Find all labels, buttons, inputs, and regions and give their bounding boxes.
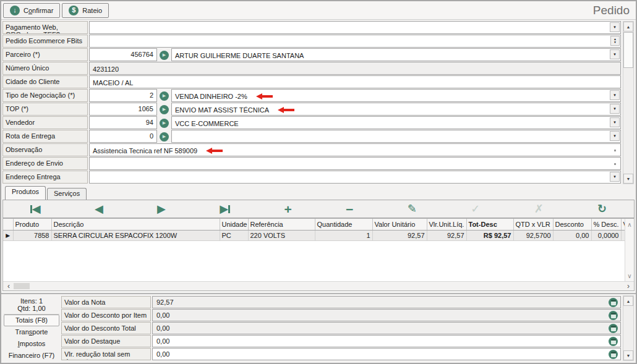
- lookup-icon[interactable]: ▶: [160, 51, 169, 60]
- lookup-icon[interactable]: ▶: [160, 132, 169, 142]
- scrollbar-thumb[interactable]: [14, 283, 30, 289]
- cell-qtd-x-vlr[interactable]: 92,5700: [513, 230, 553, 240]
- cell-referencia[interactable]: 220 VOLTS: [248, 230, 315, 240]
- refresh-button[interactable]: ↻: [597, 203, 607, 214]
- chevron-down-icon[interactable]: ▼: [610, 172, 620, 182]
- tab-totais[interactable]: Totais (F8): [4, 315, 59, 326]
- column-header: % Desc.: [591, 219, 621, 230]
- top-code-field[interactable]: 1065: [89, 103, 157, 116]
- row-selector-icon[interactable]: ▶: [3, 230, 13, 240]
- spinner-icon[interactable]: ▲▼: [610, 36, 620, 46]
- last-record-button[interactable]: ▶: [220, 203, 230, 214]
- scroll-up-icon[interactable]: ∧: [625, 220, 634, 229]
- chevron-down-icon[interactable]: ▼: [610, 22, 620, 32]
- valor-destaque-field[interactable]: 0,00: [152, 335, 621, 347]
- scroll-right-icon[interactable]: ›: [624, 282, 633, 290]
- lookup-icon[interactable]: ▶: [160, 91, 169, 101]
- rota-entrega-field[interactable]: ▼: [171, 130, 621, 143]
- form-row-rota-entrega: Rota de Entrega 0 ▶ ▼: [2, 130, 621, 143]
- field-label: Endereço de Envio: [2, 157, 88, 170]
- confirm-down-arrow-icon: ↓: [10, 6, 20, 15]
- form-row-numero-unico: Número Único 4231120: [2, 62, 621, 75]
- reducao-total-field[interactable]: 0,00: [152, 348, 621, 360]
- endereco-entrega-field[interactable]: ▼: [89, 171, 621, 184]
- cell-desconto[interactable]: 0,00: [553, 230, 591, 240]
- chevron-down-icon[interactable]: ▼: [610, 104, 620, 114]
- cell-vlr-unit-liq[interactable]: 92,57: [427, 230, 466, 240]
- tab-servicos[interactable]: Serviços: [47, 188, 87, 200]
- scroll-down-icon[interactable]: ∨: [625, 271, 634, 280]
- calculator-icon[interactable]: [609, 337, 618, 346]
- total-label: Valor do Desconto por Item: [61, 309, 151, 321]
- rota-entrega-code-field[interactable]: 0: [89, 130, 157, 143]
- first-record-button[interactable]: ◀: [30, 203, 41, 214]
- lookup-icon[interactable]: ▶: [160, 105, 169, 114]
- vendedor-code-field[interactable]: 94: [89, 116, 157, 129]
- cell-tot-desc[interactable]: R$ 92,57: [466, 230, 513, 240]
- tab-transporte[interactable]: Transporte: [4, 326, 59, 338]
- pedido-ecommerce-field[interactable]: ▲▼: [89, 35, 621, 48]
- desconto-item-field: 0,00: [152, 309, 621, 321]
- grid-horizontal-scrollbar[interactable]: ‹ ›: [3, 281, 634, 290]
- calculator-icon[interactable]: [609, 298, 618, 307]
- totals-scrollbar[interactable]: ▲ ▼: [623, 295, 634, 361]
- tab-financeiro[interactable]: Financeiro (F7): [4, 349, 59, 361]
- cell-produto[interactable]: 7858: [13, 230, 51, 240]
- tab-impostos[interactable]: Impostos: [4, 338, 59, 350]
- observacao-field[interactable]: Assistencia Tecnica ref NF 589009: [89, 143, 621, 156]
- edit-item-button[interactable]: ✎: [408, 203, 417, 214]
- form-row-pedido-ecommerce: Pedido Ecommerce FBits ▲▼: [2, 35, 621, 48]
- endereco-envio-field[interactable]: [89, 157, 621, 170]
- chevron-down-icon[interactable]: ▼: [610, 117, 620, 127]
- cell-descricao[interactable]: SERRA CIRCULAR ESPACOFIX 1200W: [51, 230, 220, 240]
- chevron-down-icon[interactable]: ▼: [610, 49, 620, 59]
- calculator-icon[interactable]: [609, 324, 618, 333]
- chevron-down-icon[interactable]: ▼: [610, 90, 620, 100]
- cell-unidade[interactable]: PC: [220, 230, 248, 240]
- column-header: Tot-Desc: [466, 219, 513, 230]
- rateio-button[interactable]: $ Rateio: [62, 3, 109, 18]
- form-row-endereco-entrega: Endereço Entrega ▼: [2, 171, 621, 184]
- scroll-down-icon[interactable]: ▼: [623, 174, 633, 184]
- field-label: Pagamento Web, QRCode ou TEF?: [2, 21, 88, 34]
- numero-unico-field: 4231120: [89, 62, 621, 75]
- pagamento-web-field[interactable]: ▼: [89, 21, 621, 34]
- previous-record-button[interactable]: ◀: [95, 203, 103, 214]
- form-scrollbar[interactable]: ▲ ▼: [623, 21, 634, 184]
- form-row-tipo-negociacao: Tipo de Negociação (*) 2 ▶ VENDA DINHEIR…: [2, 89, 621, 103]
- top-field[interactable]: ENVIO MAT ASSIST TÉCNICA ▼: [171, 103, 621, 116]
- products-grid: Produto Descrição Unidade Referência Qua…: [2, 218, 635, 291]
- parceiro-name-field[interactable]: ARTUR GUILHERME DUARTE SANTANA ▼: [171, 48, 621, 61]
- dollar-icon: $: [69, 6, 79, 15]
- scroll-left-icon[interactable]: ‹: [4, 282, 13, 290]
- field-label: Número Único: [2, 62, 88, 75]
- cell-quantidade[interactable]: 1: [315, 230, 372, 240]
- parceiro-code-field[interactable]: 456764: [89, 48, 157, 61]
- calculator-icon[interactable]: [609, 311, 618, 320]
- lookup-icon[interactable]: ▶: [160, 119, 169, 128]
- cell-perc-desc[interactable]: 0,0000: [591, 230, 621, 240]
- tipo-negociacao-field[interactable]: VENDA DINHEIRO -2% ▼: [171, 89, 621, 102]
- memo-dot-icon: [614, 163, 616, 165]
- chevron-down-icon[interactable]: ▼: [610, 131, 620, 141]
- scroll-up-icon[interactable]: ▲: [623, 22, 633, 32]
- remove-item-button[interactable]: −: [346, 203, 353, 216]
- scroll-down-icon[interactable]: ▼: [623, 350, 633, 360]
- next-record-button[interactable]: ▶: [157, 203, 166, 214]
- tab-produtos[interactable]: Produtos: [5, 186, 46, 200]
- calculator-icon[interactable]: [609, 350, 618, 359]
- items-summary: Itens: 1 Qtd: 1,00: [4, 296, 59, 315]
- top-toolbar: ↓ Confirmar $ Rateio Pedido: [1, 1, 636, 20]
- vendedor-field[interactable]: VCC E-COMMERCE ▼: [171, 116, 621, 129]
- table-row[interactable]: ▶ 7858 SERRA CIRCULAR ESPACOFIX 1200W PC…: [3, 230, 628, 240]
- grid-vertical-scrollbar[interactable]: ∧ ∨: [625, 219, 634, 281]
- grid-header-row: Produto Descrição Unidade Referência Qua…: [3, 219, 628, 230]
- scrollbar-thumb[interactable]: [623, 32, 633, 68]
- scroll-up-icon[interactable]: ▲: [623, 296, 633, 306]
- confirmar-button[interactable]: ↓ Confirmar: [3, 3, 60, 18]
- cell-valor-unitario[interactable]: 92,57: [372, 230, 427, 240]
- tipo-negociacao-code-field[interactable]: 2: [89, 89, 157, 102]
- annotation-arrow-icon: [206, 148, 223, 154]
- totals-rows: Valor da Nota 92,57 Valor do Desconto po…: [61, 296, 621, 361]
- add-item-button[interactable]: +: [284, 203, 291, 216]
